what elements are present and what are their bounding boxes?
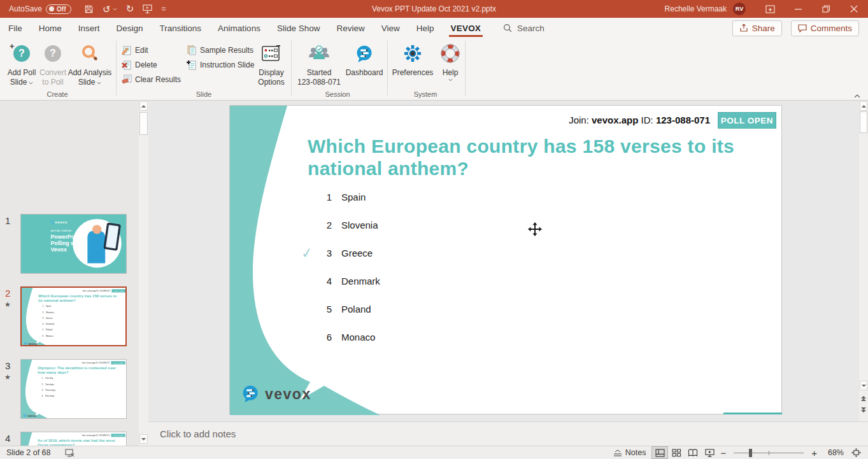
slide-option-5[interactable]: 5Poland: [322, 304, 371, 314]
zoom-slider-thumb[interactable]: [749, 449, 752, 457]
fit-slide-to-window-button[interactable]: [848, 446, 864, 459]
delete-button[interactable]: Delete: [120, 58, 159, 72]
convert-label-1: Convert: [39, 68, 66, 78]
save-button[interactable]: [84, 4, 94, 14]
slide-number: 4: [5, 433, 10, 444]
autosave-pill: Off: [46, 4, 71, 14]
instruction-slide-button[interactable]: Instruction Slide: [185, 58, 256, 72]
scrollbar-thumb[interactable]: [139, 112, 148, 135]
slide-option-2[interactable]: 2Slovenia: [322, 220, 378, 230]
main-scrollbar[interactable]: [859, 101, 868, 446]
dashboard-button[interactable]: Dashboard: [345, 39, 384, 97]
zoom-slider[interactable]: [734, 453, 804, 453]
current-slide[interactable]: Join: vevox.app ID: 123-088-071 POLL OPE…: [229, 105, 782, 414]
autosave-toggle[interactable]: AutoSave Off: [9, 4, 71, 14]
tab-transitions[interactable]: Transitions: [152, 18, 210, 38]
close-button[interactable]: [840, 0, 868, 18]
slide-sorter-view-button[interactable]: [668, 446, 685, 459]
previous-slide-button[interactable]: [860, 393, 867, 403]
tab-animations[interactable]: Animations: [210, 18, 269, 38]
option-number: 5: [322, 304, 332, 314]
slide-thumbnail-3[interactable]: Join: vevox.app ID: 123-088-071POLL OPEN…: [20, 359, 127, 419]
vevox-logo: vevox: [24, 342, 38, 345]
thumbnail-scrollbar[interactable]: [139, 101, 148, 446]
tab-view[interactable]: View: [373, 18, 408, 38]
scroll-up-button[interactable]: [139, 101, 148, 111]
slide-number: 1: [5, 215, 10, 226]
dashboard-label: Dashboard: [346, 68, 383, 78]
reading-view-button[interactable]: [685, 446, 701, 459]
collapse-ribbon-button[interactable]: [851, 92, 863, 101]
slide-number: 2: [5, 288, 10, 299]
tab-file[interactable]: File: [0, 18, 31, 38]
group-separator: [465, 41, 466, 95]
slide-thumbnail-1[interactable]: vevoxGETTING STARTEDPowerPoint Polling w…: [20, 214, 127, 274]
mini-option: 2Slovenia: [42, 311, 53, 314]
ribbon-display-options-button[interactable]: [756, 0, 784, 18]
preferences-button[interactable]: Preferences: [390, 39, 436, 97]
tab-review[interactable]: Review: [328, 18, 373, 38]
share-button[interactable]: Share: [732, 20, 782, 36]
sample-results-button[interactable]: Sample Results: [185, 43, 255, 57]
tab-home[interactable]: Home: [31, 18, 70, 38]
user-name[interactable]: Rechelle Vermaak: [665, 4, 727, 13]
search-box[interactable]: Search: [503, 24, 544, 33]
tab-design[interactable]: Design: [108, 18, 152, 38]
scrollbar-thumb[interactable]: [860, 111, 867, 133]
autosave-state: Off: [57, 6, 66, 13]
user-avatar[interactable]: RV: [733, 3, 746, 15]
group-label-session: Session: [299, 90, 376, 98]
slide-option-1[interactable]: 1Spain: [322, 192, 366, 202]
display-options-label-1: Display: [259, 68, 283, 78]
tab-vevox[interactable]: VEVOX: [443, 18, 490, 38]
tab-slide-show[interactable]: Slide Show: [269, 18, 329, 38]
restore-button[interactable]: [812, 0, 840, 18]
slide-option-3[interactable]: ✓3Greece: [322, 248, 373, 258]
quick-access-toolbar: ↺ ↻: [84, 4, 166, 14]
minimize-button[interactable]: [784, 0, 812, 18]
display-settings-icon[interactable]: [65, 449, 75, 457]
titlebar: AutoSave Off ↺ ↻ Vevox PPT Update Oct 20…: [0, 0, 868, 18]
slideshow-view-button[interactable]: [701, 446, 718, 459]
undo-button[interactable]: ↺: [103, 4, 117, 14]
slide-thumbnail-4[interactable]: Join: vevox.app ID: 123-088-071POLL OPEN…: [20, 432, 127, 446]
zoom-in-button[interactable]: +: [809, 446, 820, 459]
edit-button[interactable]: Edit: [120, 43, 150, 57]
scroll-down-button[interactable]: [860, 381, 867, 390]
mini-option: 1Spain: [42, 305, 51, 307]
start-slideshow-button[interactable]: [143, 4, 152, 13]
clear-results-button[interactable]: Clear Results: [120, 73, 183, 87]
normal-view-button[interactable]: [651, 446, 668, 459]
tab-help[interactable]: Help: [408, 18, 443, 38]
customize-qat-button[interactable]: [161, 7, 166, 11]
slide-thumbnail-2[interactable]: Join: vevox.app ID: 123-088-071POLL OPEN…: [20, 286, 127, 346]
redo-button[interactable]: ↻: [126, 4, 134, 14]
delete-label: Delete: [135, 60, 157, 69]
mini-option: 4Denmark: [42, 323, 54, 325]
next-slide-button[interactable]: [860, 405, 867, 414]
notes-toggle-button[interactable]: Notes: [608, 446, 652, 459]
notes-toggle-label: Notes: [625, 448, 646, 457]
display-options-button[interactable]: Display Options: [255, 39, 288, 97]
comments-button[interactable]: Comments: [791, 20, 859, 36]
slide-option-4[interactable]: 4Denmark: [322, 276, 380, 286]
scroll-down-button[interactable]: [139, 434, 148, 444]
help-button[interactable]: Help: [437, 39, 464, 97]
option-text: Poland: [341, 304, 371, 314]
add-poll-slide-button[interactable]: ?+ Add Poll Slide: [5, 39, 38, 97]
zoom-out-button[interactable]: −: [718, 446, 729, 459]
delete-icon: [122, 60, 132, 70]
slide-option-6[interactable]: 6Monaco: [322, 332, 375, 342]
session-started-button[interactable]: Started 123-088-071: [295, 39, 343, 97]
add-analysis-slide-button[interactable]: Add Analysis Slide: [68, 39, 112, 97]
notes-panel[interactable]: Click to add notes: [148, 421, 868, 446]
mini-poll-open-badge: POLL OPEN: [111, 289, 125, 292]
slide-question-title[interactable]: Which European country has 158 verses to…: [308, 135, 760, 180]
zoom-percent[interactable]: 68%: [820, 448, 844, 457]
clear-results-icon: [122, 74, 132, 85]
teal-underline-decoration: [723, 413, 782, 414]
scroll-up-button[interactable]: [860, 101, 867, 111]
help-label: Help: [443, 68, 459, 78]
tab-insert[interactable]: Insert: [70, 18, 108, 38]
search-label: Search: [517, 24, 544, 33]
